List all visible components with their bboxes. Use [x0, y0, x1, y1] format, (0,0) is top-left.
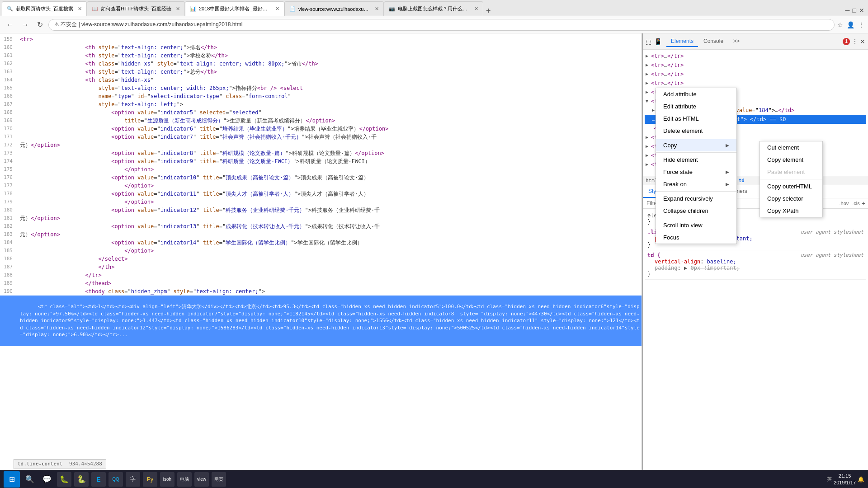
tab-favicon-3: 📊 [190, 6, 196, 12]
back-button[interactable]: ← [4, 20, 16, 30]
context-menu-copy[interactable]: Copy ▶ [656, 139, 736, 151]
context-menu-expand-recursively-label: Expand recursively [663, 195, 713, 202]
forward-button[interactable]: → [19, 20, 32, 30]
close-window-button[interactable]: ✕ [859, 7, 864, 14]
styles-panel: element.style { } .line-content { user a… [643, 209, 868, 470]
context-menu-break-on[interactable]: Break on ▶ [656, 178, 736, 190]
tab-close-2[interactable]: ✕ [176, 6, 180, 12]
tree-triangle-1: ▶ [646, 52, 651, 60]
taskbar-cortana[interactable]: 💬 [40, 472, 54, 487]
submenu-copy-element-label: Copy element [767, 156, 803, 163]
taskbar-py[interactable]: Py [143, 472, 157, 487]
tab-console[interactable]: Console [699, 36, 728, 47]
context-menu-focus-label: Focus [663, 234, 679, 241]
submenu-sep [760, 179, 822, 179]
tab-elements[interactable]: Elements [666, 36, 698, 47]
context-menu-edit-html[interactable]: Edit as HTML [656, 113, 736, 125]
taskbar-isoh[interactable]: isoh [160, 472, 175, 487]
submenu-copy-element[interactable]: Copy element [760, 154, 822, 166]
tree-triangle-8: ▶ [646, 151, 651, 160]
devtools-device-icon[interactable]: 📱 [654, 38, 662, 45]
source-line-183: 183 元）</option> [0, 230, 642, 239]
devtools-settings-icon[interactable]: ⋮ [852, 38, 858, 45]
start-button[interactable]: ⊞ [4, 471, 20, 488]
taskbar-ie[interactable]: E [91, 472, 106, 487]
break-on-submenu-arrow: ▶ [726, 182, 729, 187]
tab-close-5[interactable]: ✕ [474, 6, 478, 12]
copy-submenu-arrow: ▶ [726, 143, 729, 148]
context-menu-add-attribute[interactable]: Add attribute [656, 88, 736, 100]
address-input[interactable] [48, 19, 835, 31]
new-tab-button[interactable]: + [483, 6, 494, 16]
context-menu-edit-html-label: Edit as HTML [663, 115, 699, 122]
add-style-button[interactable]: + [862, 200, 865, 207]
submenu-cut-element[interactable]: Cut element [760, 141, 822, 154]
tree-triangle-3: ▶ [646, 70, 651, 78]
source-line-160: 160 <th style="text-align: center;">排名</… [0, 43, 642, 52]
taskbar-python[interactable]: 🐍 [74, 472, 89, 487]
tab-3[interactable]: 📊 2018中国最好大学排名_最好大... ✕ [185, 1, 284, 16]
devtools-close-icon[interactable]: ✕ [860, 38, 865, 45]
reload-button[interactable]: ↻ [34, 19, 46, 30]
breadcrumb-td[interactable]: td [739, 178, 745, 183]
context-menu-force-state[interactable]: Force state ▶ [656, 166, 736, 178]
maximize-button[interactable]: □ [853, 7, 856, 14]
tree-row-tr-2[interactable]: ▶ <tr>…</tr> [645, 61, 866, 70]
source-line-170: 170 <option value="indicator6" title="培养… [0, 125, 642, 133]
source-line-162: 162 <th class="hidden-xs" style="text-al… [0, 60, 642, 68]
isoh-icon: isoh [163, 477, 171, 482]
tree-row-tr-4[interactable]: ▶ <tr>…</tr> [645, 79, 866, 88]
minimize-button[interactable]: ─ [845, 7, 850, 14]
tab-2[interactable]: 📖 如何查看HTTP请求头_百度经验 ✕ [87, 1, 185, 16]
style-prop-padding-td: padding: ▶ 0px !important; [655, 265, 863, 271]
language-icon: 英 [827, 476, 832, 483]
taskbar-qq[interactable]: QQ [108, 472, 123, 487]
menu-icon[interactable]: ⋮ [858, 21, 864, 28]
tab-5[interactable]: 📷 电脑上截图怎么样截？用什么截... ✕ [384, 1, 483, 16]
context-menu-focus[interactable]: Focus [656, 231, 736, 244]
notification-icon[interactable]: 🔔 [858, 476, 864, 483]
bookmark-icon[interactable]: ☆ [837, 21, 843, 28]
taskbar-search[interactable]: 🔍 [23, 472, 37, 487]
tree-row-tr-1[interactable]: ▶ <tr>…</tr> [645, 52, 866, 61]
ellipsis-icon: … [652, 115, 655, 123]
submenu-copy-xpath[interactable]: Copy XPath [760, 205, 822, 217]
submenu-copy-outerhtml[interactable]: Copy outerHTML [760, 180, 822, 192]
context-menu-add-attribute-label: Add attribute [663, 91, 697, 98]
hov-button[interactable]: .hov [838, 201, 851, 206]
tab-close-1[interactable]: ✕ [78, 6, 82, 12]
tab-1[interactable]: 🔍 获取网页请求头_百度搜索 ✕ [2, 1, 87, 16]
source-line-167: 167 style="text-align: left;"> [0, 100, 642, 108]
tab-more[interactable]: >> [729, 36, 744, 47]
context-menu-copy-label: Copy [663, 142, 677, 149]
tooltip-dimensions: 934.4×54288 [69, 461, 102, 467]
profile-icon[interactable]: 👤 [847, 21, 854, 28]
context-menu-sep-1 [656, 138, 736, 138]
context-menu-scroll-into-view[interactable]: Scroll into view [656, 219, 736, 231]
tree-row-tr-3[interactable]: ▶ <tr>…</tr> [645, 70, 866, 79]
taskbar-char[interactable]: 字 [126, 472, 140, 487]
tab-4[interactable]: 📄 view-source:www.zuihaodaxue... ✕ [284, 1, 384, 16]
source-line-163: 163 <th style="text-align: center;">总分</… [0, 68, 642, 76]
context-menu-scroll-into-view-label: Scroll into view [663, 222, 703, 229]
selected-rows: <tr class="alt"><td>1</td><td><div align… [0, 296, 642, 346]
submenu-copy-selector[interactable]: Copy selector [760, 192, 822, 205]
context-menu-collapse-children[interactable]: Collapse children [656, 205, 736, 217]
cls-button[interactable]: .cls [850, 201, 862, 206]
devtools-inspect-icon[interactable]: ⬚ [646, 38, 651, 45]
submenu-copy-outerhtml-label: Copy outerHTML [767, 183, 812, 190]
tab-title-1: 获取网页请求头_百度搜索 [16, 5, 73, 12]
tab-close-4[interactable]: ✕ [375, 6, 379, 12]
taskbar-request[interactable]: 网页 [212, 472, 226, 487]
context-menu-force-state-label: Force state [663, 169, 693, 175]
context-menu-expand-recursively[interactable]: Expand recursively [656, 192, 736, 205]
tab-close-3[interactable]: ✕ [275, 6, 279, 12]
taskbar-screenshot[interactable]: 电脑 [177, 472, 192, 487]
taskbar-viewsource[interactable]: view [194, 472, 209, 487]
source-line-169: 169 title="生源质量（新生高考成绩得分）">生源质量（新生高考成绩得分… [0, 117, 642, 125]
context-menu-delete-element[interactable]: Delete element [656, 125, 736, 137]
context-menu-hide-element[interactable]: Hide element [656, 154, 736, 166]
context-menu-hide-element-label: Hide element [663, 156, 698, 163]
context-menu-edit-attribute[interactable]: Edit attribute [656, 100, 736, 113]
taskbar-bug[interactable]: 🐛 [57, 472, 71, 487]
